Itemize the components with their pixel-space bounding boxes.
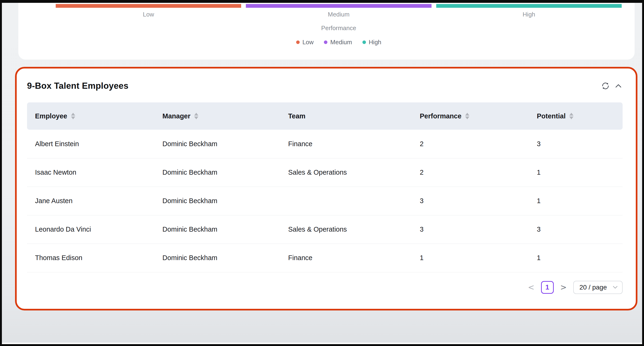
cell-team: Sales & Operations [280, 158, 412, 187]
band-medium [246, 4, 431, 8]
x-axis-ticks: Low Medium High [18, 11, 634, 18]
cell-potential: 1 [529, 244, 622, 272]
column-label: Employee [35, 112, 67, 120]
cell-manager: Dominic Beckham [154, 215, 280, 244]
cell-employee: Isaac Newton [27, 158, 154, 187]
chevron-down-icon [613, 286, 618, 289]
employees-table-card: 9-Box Talent Employees [15, 67, 638, 310]
cell-potential: 1 [529, 158, 622, 187]
cell-team: Finance [280, 244, 412, 272]
sort-carets-icon [569, 113, 574, 119]
cell-team: Finance [280, 130, 412, 158]
cell-performance: 1 [412, 244, 529, 272]
window-frame: Low Medium High Performance Low Medium H… [0, 0, 644, 346]
table-row: Albert Einstein Dominic Beckham Finance … [27, 130, 622, 158]
column-label: Manager [162, 112, 190, 120]
table-row: Isaac Newton Dominic Beckham Sales & Ope… [27, 158, 622, 187]
page-background: Low Medium High Performance Low Medium H… [2, 3, 642, 344]
cell-employee: Albert Einstein [27, 130, 154, 158]
band-low [56, 4, 241, 8]
card-title: 9-Box Talent Employees [27, 81, 128, 91]
column-header-potential[interactable]: Potential [529, 102, 622, 130]
cell-potential: 3 [529, 130, 622, 158]
cell-performance: 3 [412, 187, 529, 215]
table-row: Jane Austen Dominic Beckham 3 1 [27, 187, 622, 215]
chevron-up-icon [614, 82, 622, 90]
column-header-performance[interactable]: Performance [412, 102, 529, 130]
cell-potential: 3 [529, 215, 622, 244]
column-label: Potential [537, 112, 566, 120]
table-body: Albert Einstein Dominic Beckham Finance … [27, 130, 622, 272]
column-header-team: Team [280, 102, 412, 130]
table-row: Leonardo Da Vinci Dominic Beckham Sales … [27, 215, 622, 244]
legend-dot-icon [324, 41, 328, 44]
cell-team: Sales & Operations [280, 215, 412, 244]
page-size-value: 20 / page [579, 284, 607, 291]
legend-item-medium[interactable]: Medium [324, 39, 352, 46]
legend-label: Medium [330, 39, 352, 46]
chart-bands [18, 3, 634, 8]
column-header-employee[interactable]: Employee [27, 102, 154, 130]
legend-item-high[interactable]: High [362, 39, 381, 46]
x-tick-high: High [436, 11, 622, 18]
card-actions [601, 81, 622, 90]
refresh-button[interactable] [601, 81, 610, 90]
collapse-button[interactable] [614, 82, 622, 90]
page-size-select[interactable]: 20 / page [573, 281, 622, 294]
cell-manager: Dominic Beckham [154, 158, 280, 187]
cell-employee: Leonardo Da Vinci [27, 215, 154, 244]
chart-card: Low Medium High Performance Low Medium H… [18, 3, 634, 60]
cell-performance: 2 [412, 158, 529, 187]
pagination-prev-button[interactable]: < [528, 283, 535, 291]
legend-item-low[interactable]: Low [296, 39, 314, 46]
cell-performance: 2 [412, 130, 529, 158]
column-header-manager[interactable]: Manager [154, 102, 280, 130]
x-tick-low: Low [56, 11, 241, 18]
card-header: 9-Box Talent Employees [27, 80, 622, 92]
cell-employee: Thomas Edison [27, 244, 154, 272]
pagination: < 1 > 20 / page [27, 281, 622, 294]
cell-team [280, 187, 412, 215]
pagination-next-button[interactable]: > [560, 283, 568, 291]
column-label: Team [288, 112, 306, 120]
cell-performance: 3 [412, 215, 529, 244]
table-header: Employee Manager Team [27, 102, 622, 130]
x-tick-medium: Medium [246, 11, 431, 18]
sort-carets-icon [71, 113, 75, 119]
legend-label: Low [302, 39, 314, 46]
cell-manager: Dominic Beckham [154, 187, 280, 215]
employees-table: Employee Manager Team [27, 102, 622, 272]
legend-dot-icon [296, 41, 300, 44]
band-high [436, 4, 622, 8]
cell-employee: Jane Austen [27, 187, 154, 215]
cell-manager: Dominic Beckham [154, 130, 280, 158]
legend-label: High [369, 39, 381, 46]
table-header-row: Employee Manager Team [27, 102, 622, 130]
legend-dot-icon [362, 41, 366, 44]
cell-manager: Dominic Beckham [154, 244, 280, 272]
pagination-page-1-button[interactable]: 1 [541, 281, 554, 294]
column-label: Performance [420, 112, 462, 120]
sort-carets-icon [465, 113, 469, 119]
x-axis-title: Performance [18, 25, 634, 32]
sort-carets-icon [194, 113, 198, 119]
window-bottom-strip [2, 343, 642, 344]
refresh-icon [601, 81, 610, 90]
cell-potential: 1 [529, 187, 622, 215]
chart-legend: Low Medium High [18, 39, 634, 46]
table-row: Thomas Edison Dominic Beckham Finance 1 … [27, 244, 622, 272]
